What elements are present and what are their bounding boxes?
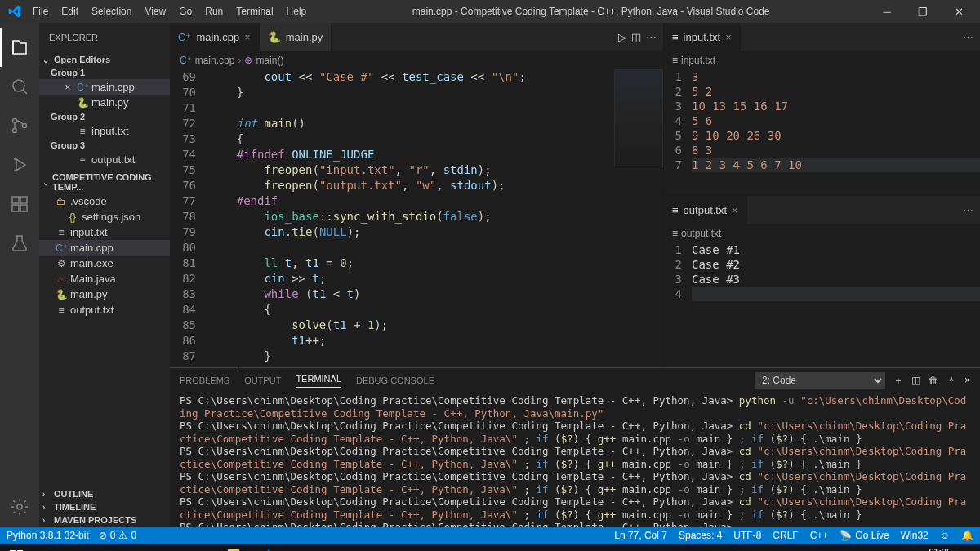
java-file-icon: ♨ [56,273,67,285]
menu-run[interactable]: Run [198,6,229,17]
status-bar: Python 3.8.1 32-bit ⊘ 0 ⚠ 0 Ln 77, Col 7… [0,527,980,544]
tree-main-exe[interactable]: ⚙main.exe [39,256,170,271]
more-icon[interactable]: ⋯ [963,204,973,216]
tab-output[interactable]: OUTPUT [244,375,281,385]
close-icon[interactable]: × [725,31,732,43]
tab-problems[interactable]: PROBLEMS [180,375,229,385]
breadcrumbs-input[interactable]: ≡input.txt [664,51,980,69]
task-view-icon[interactable]: ⧉ [96,544,122,551]
open-editors-header[interactable]: ⌄Open Editors [39,53,170,66]
open-editor-output-txt[interactable]: ≡output.txt [39,152,170,167]
explorer-icon[interactable] [0,28,39,67]
system-tray[interactable]: ＾ 🔋 ☁ 📶 🔊 ENG 01:2519-04-2020 💬 [784,547,977,551]
source-control-icon[interactable] [0,106,39,145]
tab-debug-console[interactable]: DEBUG CONSOLE [356,375,434,385]
code-content[interactable]: cout << "Case #" << test_case << "\n"; }… [209,69,663,367]
status-bell-icon[interactable]: 🔔 [961,530,973,541]
split-terminal-icon[interactable]: ◫ [911,375,920,386]
tab-main-py[interactable]: 🐍main.py [260,23,332,51]
status-eol[interactable]: CRLF [773,530,798,541]
cpp-file-icon: C⁺ [77,82,88,93]
menu-terminal[interactable]: Terminal [229,6,279,17]
debug-icon[interactable] [0,145,39,184]
status-feedback-icon[interactable]: ☺ [940,530,950,541]
taskbar-clock[interactable]: 01:2519-04-2020 [901,547,956,551]
group-3-label: Group 3 [39,139,170,152]
status-golive[interactable]: 📡 Go Live [840,530,889,541]
timeline-header[interactable]: ›Timeline [39,500,170,513]
more-icon[interactable]: ⋯ [963,31,973,43]
status-problems[interactable]: ⊘ 0 ⚠ 0 [99,530,136,541]
text-file-icon: ≡ [672,228,678,239]
output-editor[interactable]: 1234 Case #1Case #2Case #3 [664,242,980,368]
menu-edit[interactable]: Edit [55,6,85,17]
run-icon[interactable]: ▷ [618,31,626,43]
status-cursor[interactable]: Ln 77, Col 7 [614,530,667,541]
vscode-logo-icon [3,0,26,23]
close-panel-icon[interactable]: × [964,375,970,386]
terminal-content[interactable]: PS C:\Users\chinm\Desktop\Coding Practic… [170,393,980,527]
text-file-icon: ≡ [672,55,678,66]
status-encoding[interactable]: UTF-8 [733,530,761,541]
menu-go[interactable]: Go [172,6,198,17]
close-icon[interactable]: × [62,82,74,93]
maximize-panel-icon[interactable]: ＾ [947,374,956,388]
window-close-button[interactable]: ✕ [941,0,977,23]
project-header[interactable]: ⌄Competitive Coding Temp... [39,171,170,193]
cpp-file-icon: C⁺ [180,55,192,66]
menu-view[interactable]: View [138,6,172,17]
chrome-icon[interactable]: ● [127,544,154,551]
minimap[interactable] [614,69,663,167]
status-language[interactable]: C++ [810,530,829,541]
sidebar-header: Explorer [39,23,170,51]
status-spaces[interactable]: Spaces: 4 [679,530,722,541]
mail-icon[interactable]: ✉ [189,544,216,551]
tree-main-java[interactable]: ♨Main.java [39,271,170,287]
settings-gear-icon[interactable] [0,487,39,527]
outline-header[interactable]: ›Outline [39,487,170,500]
open-editor-input-txt[interactable]: ≡input.txt [39,123,170,139]
more-icon[interactable]: ⋯ [646,31,657,43]
cortana-icon[interactable]: ○ [65,544,91,551]
close-icon[interactable]: × [732,204,738,216]
terminal-shell-select[interactable]: 2: Code [755,372,885,389]
window-maximize-button[interactable]: ❐ [905,0,941,23]
file-explorer-icon[interactable]: 🗀 [158,544,185,551]
python-file-icon: 🐍 [77,97,88,109]
extensions-icon[interactable] [0,184,39,224]
code-editor[interactable]: 6970717273747576777879808182838485868788… [170,69,663,367]
python-file-icon: 🐍 [56,289,67,300]
tree-vscode-folder[interactable]: 🗀.vscode [39,193,170,209]
tree-input-txt[interactable]: ≡input.txt [39,224,170,240]
search-icon[interactable] [0,67,39,106]
tree-main-cpp[interactable]: C⁺main.cpp [39,240,170,256]
breadcrumbs[interactable]: C⁺ main.cpp › ⊕ main() [170,51,663,69]
status-python[interactable]: Python 3.8.1 32-bit [7,530,89,541]
tree-output-txt[interactable]: ≡output.txt [39,302,170,318]
tree-main-py[interactable]: 🐍main.py [39,287,170,302]
split-editor-icon[interactable]: ◫ [631,31,641,43]
tree-settings-json[interactable]: {}settings.json [39,209,170,224]
tab-input-txt[interactable]: ≡input.txt× [664,23,741,51]
sticky-notes-icon[interactable]: ▾ [220,544,247,551]
tab-main-cpp[interactable]: C⁺main.cpp× [170,23,260,51]
close-icon[interactable]: × [244,31,251,43]
tab-terminal[interactable]: TERMINAL [296,374,341,388]
status-win32[interactable]: Win32 [901,530,929,541]
start-button[interactable] [3,544,29,551]
vscode-taskbar-icon[interactable] [252,544,278,551]
taskbar-search-icon[interactable]: 🔍 [34,544,60,551]
menu-selection[interactable]: Selection [85,6,138,17]
new-terminal-icon[interactable]: ＋ [893,374,903,388]
tab-output-txt[interactable]: ≡output.txt× [664,196,747,224]
menu-file[interactable]: File [26,6,55,17]
kill-terminal-icon[interactable]: 🗑 [929,375,938,386]
menu-help[interactable]: Help [280,6,314,17]
breadcrumbs-output[interactable]: ≡output.txt [664,224,980,242]
input-editor[interactable]: 1234567 35 210 13 15 16 175 69 10 20 26 … [664,69,980,195]
window-minimize-button[interactable]: ─ [869,0,905,23]
open-editor-main-py[interactable]: 🐍main.py [39,95,170,110]
open-editor-main-cpp[interactable]: ×C⁺main.cpp [39,79,170,95]
testing-icon[interactable] [0,224,39,263]
maven-header[interactable]: ›Maven Projects [39,513,170,527]
